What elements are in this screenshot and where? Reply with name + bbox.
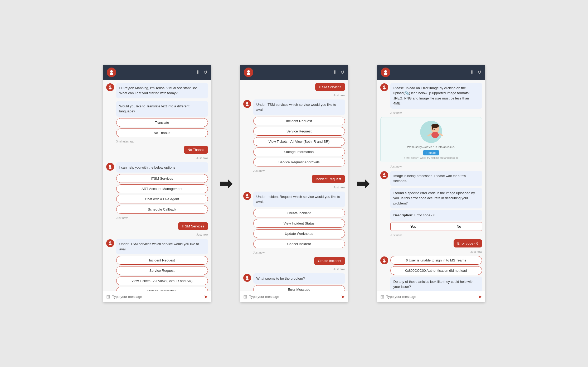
option-service-req-p2[interactable]: Service Request	[253, 127, 345, 136]
send-icon-1[interactable]: ➤	[204, 294, 208, 300]
refresh-icon-3[interactable]: ↺	[478, 69, 482, 75]
bot-bubble-group-processing: Image is being processed. Please wait fo…	[390, 171, 482, 231]
option-outage-info-p1[interactable]: Outage Information	[116, 287, 208, 291]
bot-message-options: I can help you with the below options IT…	[106, 162, 208, 214]
bot-bubble-found-error: I found a specific error code in the ima…	[390, 188, 482, 209]
chat-panel-3: ⬇ ↺ Please upload an Error image by clic…	[377, 65, 485, 302]
timestamp-p3-4: Just now	[380, 250, 482, 253]
option-no-thanks-translate[interactable]: No Thanks	[116, 128, 208, 137]
option-itsm[interactable]: ITSM Services	[116, 174, 208, 183]
user-bubble-incident-p2: Incident Request	[312, 175, 345, 183]
error-reload-button[interactable]: Reload	[423, 150, 439, 155]
bot-bubble-itsm-question: Under ITSM services which service would …	[116, 239, 208, 254]
header-left-1	[107, 68, 116, 77]
yes-no-buttons: Yes No	[390, 222, 482, 231]
svg-point-20	[246, 102, 248, 104]
svg-point-1	[110, 73, 113, 75]
svg-point-47	[383, 173, 385, 175]
option-view-tickets-p2[interactable]: View Tickets - All View (Both IR and SR)	[253, 137, 345, 146]
bot-bubble-group-problem-p2: What seems to be the problem? Error Mess…	[253, 273, 345, 291]
timestamp-p2-2: Just now	[243, 169, 345, 172]
grid-icon-1[interactable]: ⊞	[106, 294, 110, 300]
bot-bubble-help-options: I can help you with the below options	[116, 162, 208, 173]
bot-bubble-description: Description: Error code - 6	[390, 210, 482, 221]
send-icon-3[interactable]: ➤	[478, 294, 482, 300]
option-live-agent[interactable]: Chat with a Live Agent	[116, 195, 208, 203]
chat-body-3: Please upload an Error image by clicking…	[377, 80, 485, 291]
option-incident-request-p1[interactable]: Incident Request	[116, 256, 208, 265]
option-service-request-p1[interactable]: Service Request	[116, 266, 208, 275]
option-cancel-incident-p2[interactable]: Cancel Incident	[253, 240, 345, 248]
option-view-status-p2[interactable]: View Incident Status	[253, 219, 345, 228]
bot-avatar-p3-1	[380, 83, 388, 91]
header-left-3	[381, 68, 390, 77]
option-incident-req-p2[interactable]: Incident Request	[253, 117, 345, 125]
bot-message-itsm-options: Under ITSM services which service would …	[106, 239, 208, 291]
bot-message-itsm-p2: Under ITSM services which service would …	[243, 99, 345, 166]
timestamp-p2-1: Just now	[243, 94, 345, 97]
refresh-icon-1[interactable]: ↺	[203, 69, 207, 75]
option-view-tickets-p1[interactable]: View Tickets - All View (Both IR and SR)	[116, 277, 208, 285]
svg-point-44	[431, 132, 439, 138]
no-button-p3[interactable]: No	[436, 222, 482, 231]
timestamp-justnow-3: Just now	[106, 233, 208, 236]
svg-point-51	[383, 259, 385, 261]
yes-button-p3[interactable]: Yes	[391, 222, 436, 231]
svg-point-26	[246, 195, 247, 195]
user-bubble-itsm: ITSM Services	[178, 222, 208, 230]
bot-message-upload-instruction: Please upload an Error image by clicking…	[380, 83, 482, 109]
message-input-3[interactable]	[386, 295, 476, 299]
timestamp-p2-4: Just now	[243, 251, 345, 254]
send-icon-2[interactable]: ➤	[341, 294, 345, 300]
bot-bubble-group-translate: Would you like to Translate text into a …	[116, 101, 208, 137]
error-caption: We're sorry—we've run into an issue.	[383, 145, 479, 149]
bot-message-problem-p2: What seems to be the problem? Error Mess…	[243, 273, 345, 291]
bot-bubble-group-upload: Please upload an Error image by clicking…	[390, 83, 482, 109]
bot-bubble-group-itsm-p2: Under ITSM services which service would …	[253, 99, 345, 166]
download-icon-3[interactable]: ⬇	[470, 69, 474, 75]
option-update-worknotes-p2[interactable]: Update Worknotes	[253, 229, 345, 238]
chat-header-1: ⬇ ↺	[103, 65, 211, 80]
option-outage-p2[interactable]: Outage Information	[253, 147, 345, 156]
arrow-1: ➡	[219, 174, 232, 193]
svg-point-22	[246, 103, 247, 103]
error-illustration	[413, 120, 450, 144]
option-translate[interactable]: Translate	[116, 118, 208, 127]
bot-avatar-3	[106, 239, 114, 247]
svg-point-8	[109, 165, 111, 167]
message-input-1[interactable]	[112, 295, 202, 299]
user-message-create-incident-p2: Create Incident	[243, 257, 345, 265]
download-icon-1[interactable]: ⬇	[196, 69, 200, 75]
bot-bubble-group-greeting: Hi Peyton Manning, I'm Tensai Virtual As…	[116, 83, 208, 98]
bot-avatar-header-1	[107, 68, 116, 77]
bot-avatar-p3-2	[380, 171, 388, 179]
option-authentication[interactable]: 0x800CCC00 Authentication did not load	[390, 266, 482, 275]
svg-point-5	[109, 88, 111, 89]
svg-point-29	[246, 278, 249, 280]
user-bubble-itsm-p2: ITSM Services	[315, 83, 345, 91]
error-sub-caption: If that doesn't work, try signing out an…	[383, 156, 479, 159]
svg-point-53	[383, 259, 384, 260]
svg-point-2	[111, 71, 111, 72]
message-input-2[interactable]	[249, 295, 339, 299]
grid-icon-3[interactable]: ⊞	[380, 294, 384, 300]
svg-point-39	[384, 86, 385, 87]
download-icon-2[interactable]: ⬇	[333, 69, 337, 75]
chat-panel-2: ⬇ ↺ ITSM Services Just now	[240, 65, 348, 302]
grid-icon-2[interactable]: ⊞	[243, 294, 247, 300]
timestamp-justnow-2: Just now	[106, 216, 208, 220]
description-value: Error code - 6	[414, 213, 435, 217]
svg-point-31	[247, 277, 248, 277]
bot-avatar-header-2	[244, 68, 253, 77]
option-create-incident-p2[interactable]: Create Incident	[253, 209, 345, 217]
option-ms-teams-signin[interactable]: 6 User is unable to sign in to MS Teams	[390, 256, 482, 265]
chat-footer-2: ⊞ ➤	[240, 291, 348, 302]
svg-point-24	[246, 194, 248, 196]
option-sr-approvals-p2[interactable]: Service Request Approvals	[253, 158, 345, 166]
svg-point-11	[110, 165, 111, 166]
refresh-icon-2[interactable]: ↺	[341, 69, 344, 75]
option-art[interactable]: ART Account Management	[116, 184, 208, 193]
option-callback[interactable]: Schedule Callback	[116, 205, 208, 214]
option-error-message-p2[interactable]: Error Message	[253, 285, 345, 291]
svg-point-36	[383, 85, 385, 88]
